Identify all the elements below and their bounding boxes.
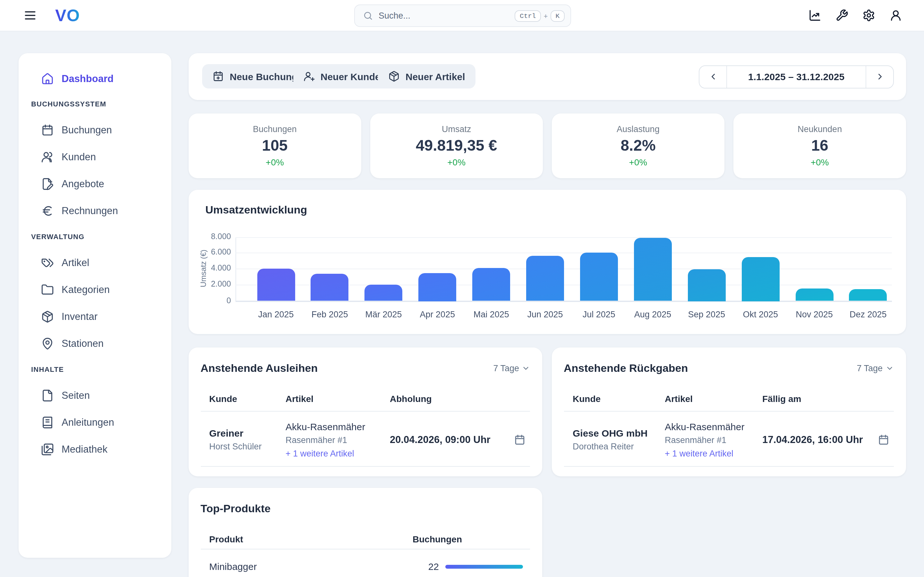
- prev-period-button[interactable]: [699, 66, 727, 87]
- rueckgaben-filter-dropdown[interactable]: 7 Tage: [857, 364, 893, 373]
- toolbar-card: Neue Buchung Neuer Kunde Neuer Artikel 1…: [188, 53, 906, 100]
- neuer-kunde-button[interactable]: Neuer Kunde: [293, 64, 391, 89]
- anstehende-rueckgaben-card: Anstehende Rückgaben 7 Tage Kunde Artike…: [551, 348, 906, 476]
- sidebar-item-inventar[interactable]: Inventar: [18, 303, 171, 330]
- y-tick: 8.000: [198, 232, 231, 241]
- card-title: Anstehende Ausleihen: [200, 362, 318, 375]
- neuer-artikel-button[interactable]: Neuer Artikel: [378, 64, 475, 89]
- top-navbar: VO Suche... Ctrl + K: [0, 0, 924, 31]
- anstehende-ausleihen-card: Anstehende Ausleihen 7 Tage Kunde Artike…: [188, 348, 542, 476]
- stat-value: 105: [262, 137, 288, 155]
- gridline: [236, 253, 892, 253]
- ausleihen-filter-dropdown[interactable]: 7 Tage: [493, 364, 530, 373]
- bar-jul-2025: [580, 253, 618, 301]
- chevron-down-icon: [522, 364, 530, 372]
- col-header-artikel: Artikel: [665, 393, 693, 404]
- sidebar-item-label: Seiten: [61, 390, 90, 401]
- sidebar-section-buchungssystem: BUCHUNGSSYSTEM: [18, 94, 171, 114]
- x-tick-label: Jun 2025: [527, 309, 563, 319]
- bar-apr-2025: [418, 273, 456, 301]
- button-label: Neuer Kunde: [320, 71, 381, 82]
- calendar-icon: [41, 123, 54, 136]
- col-header-kunde: Kunde: [573, 393, 601, 404]
- sidebar-item-stationen[interactable]: Stationen: [18, 330, 171, 357]
- euro-icon: [41, 204, 54, 217]
- package-icon: [388, 71, 400, 82]
- sidebar-item-kunden[interactable]: Kunden: [18, 143, 171, 170]
- chevron-left-icon: [708, 72, 718, 81]
- search-icon: [363, 11, 373, 21]
- next-period-button[interactable]: [866, 66, 893, 87]
- search-placeholder: Suche...: [379, 11, 515, 21]
- bar-jan-2025: [257, 268, 295, 301]
- search-shortcut: Ctrl + K: [515, 10, 565, 21]
- file-icon: [41, 389, 54, 402]
- sidebar-item-label: Artikel: [61, 257, 89, 268]
- sidebar-section-inhalte: INHALTE: [18, 359, 171, 379]
- kbd-plus: +: [544, 12, 548, 19]
- sidebar-item-label: Angebote: [61, 178, 104, 189]
- bar-jun-2025: [526, 255, 564, 301]
- col-header-faellig: Fällig am: [762, 393, 801, 404]
- tags-icon: [41, 256, 54, 269]
- row-kontakt: Horst Schüler: [209, 442, 262, 451]
- date-range-value[interactable]: 1.1.2025 – 31.12.2025: [727, 66, 866, 87]
- stat-label: Neukunden: [798, 124, 842, 134]
- sidebar-item-buchungen[interactable]: Buchungen: [18, 116, 171, 143]
- neue-buchung-button[interactable]: Neue Buchung: [202, 64, 308, 89]
- sidebar-item-artikel[interactable]: Artikel: [18, 249, 171, 276]
- sidebar-item-kategorien[interactable]: Kategorien: [18, 276, 171, 303]
- row-abholung-datum: 20.04.2026, 09:00 Uhr: [390, 434, 491, 446]
- y-tick: 0: [198, 296, 231, 305]
- user-account-icon[interactable]: [889, 9, 902, 22]
- col-header-produkt: Produkt: [209, 534, 243, 544]
- y-tick: 6.000: [198, 248, 231, 257]
- bar-dez-2025: [849, 290, 887, 301]
- x-tick-label: Okt 2025: [743, 309, 778, 319]
- stat-delta: +0%: [266, 157, 284, 167]
- x-tick-label: Dez 2025: [850, 309, 887, 319]
- row-artikel-sub: Rasenmäher #1: [665, 435, 726, 445]
- stat-delta: +0%: [447, 157, 465, 167]
- stat-label: Auslastung: [617, 124, 660, 134]
- weitere-artikel-link[interactable]: + 1 weitere Artikel: [286, 448, 354, 458]
- divider: [200, 466, 530, 467]
- stat-delta: +0%: [629, 157, 647, 167]
- settings-gear-icon[interactable]: [862, 9, 875, 22]
- sidebar-item-anleitungen[interactable]: Anleitungen: [18, 409, 171, 436]
- sidebar-item-dashboard[interactable]: Dashboard: [18, 66, 171, 91]
- date-range-picker: 1.1.2025 – 31.12.2025: [699, 65, 894, 88]
- app-logo[interactable]: VO: [55, 6, 80, 26]
- menu-icon[interactable]: [23, 8, 37, 23]
- row-kontakt: Dorothea Reiter: [573, 442, 634, 451]
- sidebar-item-label: Inventar: [61, 311, 97, 322]
- sidebar-item-rechnungen[interactable]: Rechnungen: [18, 197, 171, 224]
- sidebar-item-label: Mediathek: [61, 443, 107, 455]
- sidebar-item-label: Stationen: [61, 338, 103, 349]
- dashboard-page: VO Suche... Ctrl + K Dashboard BUCHUNGSS…: [0, 0, 924, 577]
- weitere-artikel-link[interactable]: + 1 weitere Artikel: [665, 448, 733, 458]
- row-faellig-datum: 17.04.2026, 16:00 Uhr: [762, 434, 863, 446]
- sidebar-item-seiten[interactable]: Seiten: [18, 382, 171, 409]
- x-tick-label: Mär 2025: [365, 309, 402, 319]
- button-label: Neuer Artikel: [405, 71, 465, 82]
- sidebar-item-label: Kategorien: [61, 284, 110, 295]
- gridline: [236, 237, 892, 237]
- divider: [200, 411, 530, 411]
- row-kunde: Giese OHG mbH: [573, 428, 648, 438]
- calendar-icon: [877, 434, 889, 446]
- analytics-icon[interactable]: [808, 9, 821, 22]
- sidebar-item-mediathek[interactable]: Mediathek: [18, 436, 171, 463]
- kbd-ctrl: Ctrl: [515, 10, 541, 21]
- sidebar-item-label: Dashboard: [61, 73, 113, 84]
- buchungen-progress-bar: [445, 565, 523, 568]
- map-pin-icon: [41, 337, 54, 350]
- search-input[interactable]: Suche... Ctrl + K: [354, 5, 571, 27]
- tools-wrench-icon[interactable]: [835, 9, 848, 22]
- sidebar-item-label: Kunden: [61, 151, 96, 163]
- sidebar-item-angebote[interactable]: Angebote: [18, 170, 171, 197]
- row-artikel-sub: Rasenmäher #1: [286, 435, 347, 445]
- sidebar-item-label: Rechnungen: [61, 205, 118, 216]
- y-tick: 2.000: [198, 279, 231, 288]
- stat-value: 49.819,35 €: [416, 137, 497, 155]
